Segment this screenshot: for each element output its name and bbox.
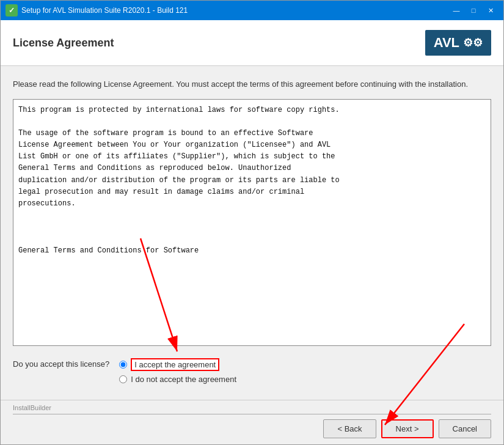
footer-buttons: < Back Next > Cancel [13, 419, 491, 438]
title-bar-text: Setup for AVL Simulation Suite R2020.1 -… [21, 6, 448, 15]
accept-option[interactable]: I accept the agreement [119, 358, 236, 371]
page-title: License Agreement [13, 37, 114, 50]
next-button[interactable]: Next > [381, 419, 434, 438]
radio-group: I accept the agreement I do not accept t… [119, 358, 236, 384]
avl-logo-text: AVL [434, 35, 459, 51]
accept-radio[interactable] [119, 361, 127, 369]
app-icon: ✓ [5, 4, 18, 17]
close-button[interactable]: ✕ [483, 4, 499, 17]
footer-divider [13, 414, 491, 414]
minimize-button[interactable]: — [448, 4, 464, 17]
accept-section: Do you accept this license? I accept the… [13, 355, 491, 388]
decline-radio[interactable] [119, 375, 127, 383]
license-text-box[interactable]: This program is protected by internation… [13, 99, 491, 347]
back-button[interactable]: < Back [323, 419, 376, 438]
accept-question: Do you accept this license? [13, 358, 109, 369]
decline-option[interactable]: I do not accept the agreement [119, 375, 236, 384]
window-controls: — □ ✕ [448, 4, 499, 17]
decline-label: I do not accept the agreement [131, 375, 236, 384]
intro-text: Please read the following License Agreem… [13, 78, 491, 90]
footer: InstallBuilder < Back Next > Cancel [1, 400, 503, 444]
maximize-button[interactable]: □ [466, 4, 481, 17]
header-panel: License Agreement AVL ⚙⚙ [1, 20, 503, 66]
main-window: ✓ Setup for AVL Simulation Suite R2020.1… [0, 0, 504, 445]
install-builder-label: InstallBuilder [13, 404, 491, 411]
accept-label: I accept the agreement [131, 358, 219, 371]
avl-logo: AVL ⚙⚙ [425, 30, 491, 56]
avl-logo-gears: ⚙⚙ [463, 36, 483, 50]
title-bar: ✓ Setup for AVL Simulation Suite R2020.1… [1, 1, 503, 20]
cancel-button[interactable]: Cancel [439, 419, 491, 438]
content-area: Please read the following License Agreem… [1, 66, 503, 400]
